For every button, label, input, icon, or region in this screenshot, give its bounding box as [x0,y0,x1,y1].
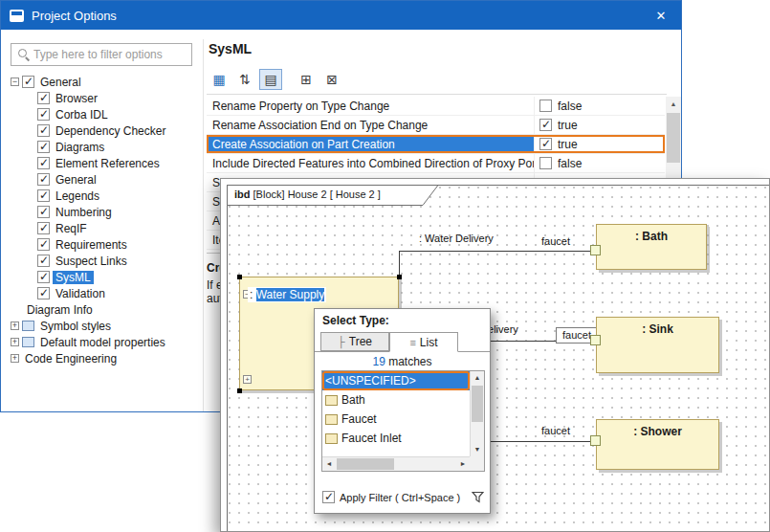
scroll-up-icon[interactable]: ▲ [666,97,681,112]
filter-funnel-icon[interactable] [472,491,484,506]
port-faucet-sink[interactable] [590,335,601,345]
option-row-rename-property[interactable]: Rename Property on Type Change false [207,97,665,116]
connector-water-delivery-top-bend[interactable] [399,251,400,277]
checkbox[interactable] [22,76,34,88]
part-bath[interactable]: : Bath [596,224,707,270]
port-label-faucet-bottom[interactable]: faucet [541,425,570,436]
collapse-icon[interactable] [11,78,19,86]
checkbox[interactable] [539,100,552,112]
tree-item-label: Code Engineering [22,352,120,366]
option-name: Include Directed Features into Combined … [207,154,535,172]
tree-item-label: Element References [53,157,163,170]
checkbox[interactable] [37,173,50,186]
tree-item-legends[interactable]: Legends [9,188,200,204]
list-view-icon: ≡ [409,337,415,348]
dialog-title-bar[interactable]: Project Options [1,1,681,30]
popup-tabs: ├ Tree ≡ List [320,332,458,352]
option-row-include-directed-features[interactable]: Include Directed Features into Combined … [207,154,665,173]
checkbox[interactable] [539,119,552,131]
expand-all-icon[interactable]: ⊞ [295,69,318,90]
scrollbar-thumb[interactable] [337,458,394,470]
selection-handle[interactable] [237,388,242,393]
expand-icon[interactable] [11,354,19,363]
part-sink[interactable]: : Sink [596,317,719,373]
tab-tree[interactable]: ├ Tree [320,332,389,351]
tree-item-corba-idl[interactable]: Corba IDL [9,106,200,122]
tree-item-general[interactable]: General [9,74,200,90]
checkbox[interactable] [37,189,50,202]
option-row-create-association[interactable]: Create Association on Part Creation true [207,135,665,154]
list-vertical-scrollbar[interactable]: ▲ ▼ [470,371,484,456]
expand-icon[interactable] [11,338,19,346]
show-description-icon[interactable]: ▤ [259,69,282,90]
connector-water-delivery-top[interactable] [399,251,592,252]
block-icon [325,433,338,444]
tree-item-label: Browser [53,92,100,105]
checkbox[interactable] [37,222,50,234]
checkbox[interactable] [37,124,50,137]
tree-item-label: General [53,173,99,187]
checkbox[interactable] [37,141,50,153]
tree-item-general-sub[interactable]: General [9,171,200,188]
list-item-bath[interactable]: Bath [322,390,470,410]
scroll-right-icon[interactable]: ► [456,457,470,471]
checkbox[interactable] [37,255,50,267]
checkbox[interactable] [37,287,50,299]
checkbox[interactable] [37,271,50,283]
diagram-frame-left [227,185,228,531]
part-name-editor[interactable]: : Water Supply [248,287,326,302]
diagram-canvas[interactable]: ibd [Block] House 2 [ House 2 ] : Water … [221,179,769,531]
checkbox[interactable] [37,157,50,169]
tree-item-symbol-styles[interactable]: Symbol styles [9,318,200,334]
selection-handle[interactable] [397,275,402,279]
checkbox[interactable] [37,206,50,218]
tab-list[interactable]: ≡ List [389,332,458,352]
tree-item-default-model-properties[interactable]: Default model properties [9,334,200,350]
tree-item-code-engineering[interactable]: Code Engineering [9,350,200,366]
tree-item-label: Symbol styles [37,320,114,333]
scroll-left-icon[interactable]: ◄ [322,457,336,471]
tree-item-sysml[interactable]: SysML [9,269,200,285]
sort-alphabetically-icon[interactable]: ⇅ [233,69,256,90]
checkbox[interactable] [37,108,50,121]
selection-handle[interactable] [237,275,242,279]
tree-item-diagrams[interactable]: Diagrams [9,139,200,155]
tree-item-dependency-checker[interactable]: Dependency Checker [9,122,200,139]
tree-item-requirements[interactable]: Requirements [9,236,200,253]
checkbox[interactable] [539,138,552,150]
option-name: Rename Association End on Type Change [207,116,535,134]
categorized-view-icon[interactable]: ▦ [208,69,231,90]
checkbox[interactable] [37,92,50,104]
dialog-title: Project Options [32,9,117,23]
tree-item-browser[interactable]: Browser [9,90,200,106]
apply-filter-checkbox[interactable] [322,491,335,503]
port-faucet-bath[interactable] [590,245,601,255]
tree-item-element-references[interactable]: Element References [9,155,200,171]
list-item-faucet[interactable]: Faucet [322,410,470,429]
scrollbar-thumb[interactable] [472,386,483,422]
port-label-faucet-top[interactable]: faucet [541,235,570,247]
connector-label-water-delivery-top[interactable]: : Water Delivery [419,233,494,244]
tree-item-diagram-info[interactable]: Diagram Info [9,301,200,318]
port-faucet-shower[interactable] [590,435,601,446]
scroll-down-icon[interactable]: ▼ [471,443,484,456]
collapse-all-icon[interactable]: ⊠ [320,69,343,90]
filter-input[interactable] [33,48,191,61]
tree-item-numbering[interactable]: Numbering [9,204,200,220]
part-name-selected-text[interactable]: Water Supply [256,288,325,301]
checkbox[interactable] [539,157,552,169]
list-item-faucet-inlet[interactable]: Faucet Inlet [322,429,470,448]
list-item-unspecified[interactable]: <UNSPECIFIED> [322,371,470,390]
scrollbar-thumb[interactable] [667,113,680,163]
close-icon[interactable]: ✕ [641,1,681,30]
tree-item-reqif[interactable]: ReqIF [9,220,200,236]
expand-icon[interactable] [11,321,19,330]
part-shower[interactable]: : Shower [596,419,719,470]
list-horizontal-scrollbar[interactable]: ◄ ► [322,456,470,471]
scroll-up-icon[interactable]: ▲ [471,371,484,385]
tree-item-validation[interactable]: Validation [9,285,200,301]
structure-expand-icon[interactable]: + [243,375,252,384]
tree-item-suspect-links[interactable]: Suspect Links [9,253,200,269]
checkbox[interactable] [37,238,50,251]
option-row-rename-association-end[interactable]: Rename Association End on Type Change tr… [207,116,665,135]
